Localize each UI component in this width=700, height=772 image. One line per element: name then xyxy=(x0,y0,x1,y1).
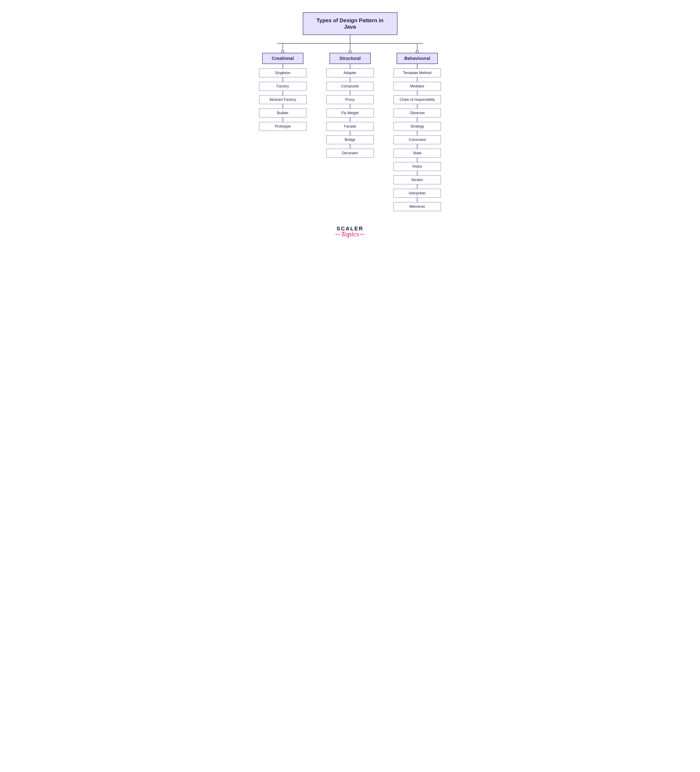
pattern-item: Singleton xyxy=(259,69,307,77)
connector-line xyxy=(417,118,417,122)
category-creational: Creational xyxy=(262,53,303,64)
connector-root-line xyxy=(350,35,350,43)
brand-logo: SCALER Topics xyxy=(253,226,447,238)
connector-line xyxy=(283,118,283,122)
connector-circle-icon xyxy=(281,51,284,53)
pattern-item: Factory xyxy=(259,82,307,91)
pattern-item: Command xyxy=(393,135,441,144)
pattern-item: Bridge xyxy=(326,135,374,144)
column-creational: Creational Singleton Factory Abstract Fa… xyxy=(253,44,312,211)
category-behavioural: Behavioural xyxy=(397,53,438,64)
connector-line xyxy=(417,64,417,69)
connector-line xyxy=(417,77,417,82)
pattern-item: Mediator xyxy=(393,82,441,91)
connector-line xyxy=(350,104,350,109)
connector-line xyxy=(417,144,417,149)
pattern-item: Chain of responsibilty xyxy=(393,95,441,104)
connector-line xyxy=(350,77,350,82)
column-behavioural: Behavioural Template Method Mediator Cha… xyxy=(388,44,447,211)
connector-line xyxy=(350,144,350,149)
connector-line xyxy=(283,77,283,82)
pattern-item: Visitor xyxy=(393,162,441,171)
pattern-item: State xyxy=(393,149,441,157)
connector-line xyxy=(283,64,283,69)
connector-line xyxy=(283,91,283,95)
pattern-item: Template Method xyxy=(393,69,441,77)
pattern-item: Strategy xyxy=(393,122,441,131)
diagram-title: Types of Design Pattern in Java xyxy=(303,12,397,35)
connector-line xyxy=(417,157,417,162)
pattern-item: Interpreter xyxy=(393,189,441,198)
pattern-item: Decorator xyxy=(326,149,374,157)
connector-line xyxy=(350,64,350,69)
pattern-item: Abstract Factory xyxy=(259,95,307,104)
connector-line xyxy=(350,131,350,135)
connector-circle-icon xyxy=(349,51,352,53)
pattern-item: Builder xyxy=(259,109,307,118)
columns-container: Creational Singleton Factory Abstract Fa… xyxy=(253,44,447,211)
connector-line xyxy=(417,171,417,175)
connector-line xyxy=(283,104,283,109)
pattern-item: Facade xyxy=(326,122,374,131)
pattern-item: Composite xyxy=(326,82,374,91)
connector-line xyxy=(350,118,350,122)
pattern-item: Prototype xyxy=(259,122,307,131)
category-structural: Structural xyxy=(330,53,370,64)
connector-line xyxy=(417,198,417,202)
connector-line xyxy=(417,91,417,95)
brand-logo-sub: Topics xyxy=(253,230,447,238)
pattern-item: Observer xyxy=(393,109,441,118)
connector-line xyxy=(417,131,417,135)
connector-line xyxy=(417,184,417,189)
connector-line xyxy=(350,91,350,95)
diagram-root: Types of Design Pattern in Java Creation… xyxy=(253,12,447,238)
column-structural: Structural Adapter Composite Proxy Fly W… xyxy=(320,44,380,211)
pattern-item: Adapter xyxy=(326,69,374,77)
pattern-item: Proxy xyxy=(326,95,374,104)
connector-line xyxy=(417,104,417,109)
pattern-item: Iterator xyxy=(393,175,441,184)
pattern-item: Memento xyxy=(393,202,441,211)
pattern-item: Fly Weight xyxy=(326,109,374,118)
